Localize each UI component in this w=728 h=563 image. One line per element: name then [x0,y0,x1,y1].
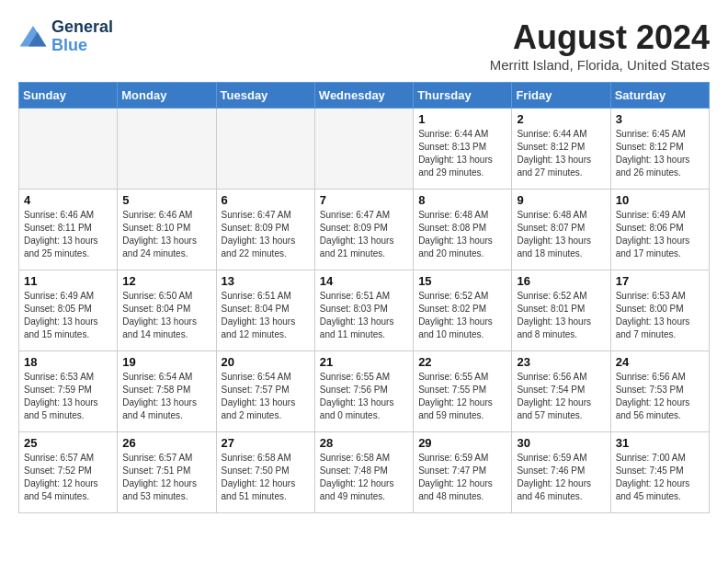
day-number: 25 [24,436,112,450]
calendar-cell: 11Sunrise: 6:49 AM Sunset: 8:05 PM Dayli… [19,270,118,351]
calendar-cell [216,109,314,190]
calendar-cell: 6Sunrise: 6:47 AM Sunset: 8:09 PM Daylig… [216,190,314,270]
day-number: 2 [517,112,605,126]
day-info: Sunrise: 6:48 AM Sunset: 8:07 PM Dayligh… [517,209,605,260]
calendar-cell: 18Sunrise: 6:53 AM Sunset: 7:59 PM Dayli… [19,351,118,432]
day-of-week-tuesday: Tuesday [216,83,314,109]
logo-text: General Blue [51,18,113,55]
days-of-week-row: SundayMondayTuesdayWednesdayThursdayFrid… [19,83,710,109]
calendar-cell: 14Sunrise: 6:51 AM Sunset: 8:03 PM Dayli… [314,270,413,351]
day-number: 28 [320,436,408,450]
calendar-cell: 12Sunrise: 6:50 AM Sunset: 8:04 PM Dayli… [118,270,216,351]
day-info: Sunrise: 6:46 AM Sunset: 8:10 PM Dayligh… [122,209,210,260]
logo: General Blue [18,18,113,55]
day-info: Sunrise: 6:54 AM Sunset: 7:57 PM Dayligh… [222,371,310,422]
day-of-week-friday: Friday [512,83,610,109]
calendar-cell: 1Sunrise: 6:44 AM Sunset: 8:13 PM Daylig… [414,109,512,190]
calendar-cell: 17Sunrise: 6:53 AM Sunset: 8:00 PM Dayli… [610,270,709,351]
day-info: Sunrise: 6:44 AM Sunset: 8:12 PM Dayligh… [517,128,605,179]
day-number: 27 [222,436,310,450]
calendar-cell: 25Sunrise: 6:57 AM Sunset: 7:52 PM Dayli… [19,432,118,513]
day-number: 8 [418,193,506,207]
day-number: 18 [24,355,112,369]
day-number: 30 [517,436,605,450]
calendar-cell: 2Sunrise: 6:44 AM Sunset: 8:12 PM Daylig… [512,109,610,190]
day-number: 13 [222,274,310,288]
day-number: 15 [418,274,506,288]
day-number: 5 [122,193,210,207]
calendar-body: 1Sunrise: 6:44 AM Sunset: 8:13 PM Daylig… [19,109,710,513]
day-info: Sunrise: 6:51 AM Sunset: 8:03 PM Dayligh… [320,290,408,341]
day-number: 23 [517,355,605,369]
day-info: Sunrise: 6:56 AM Sunset: 7:54 PM Dayligh… [517,371,605,422]
calendar-cell: 31Sunrise: 7:00 AM Sunset: 7:45 PM Dayli… [610,432,709,513]
day-number: 31 [616,436,704,450]
calendar-cell: 21Sunrise: 6:55 AM Sunset: 7:56 PM Dayli… [314,351,413,432]
day-number: 16 [517,274,605,288]
day-info: Sunrise: 6:47 AM Sunset: 8:09 PM Dayligh… [320,209,408,260]
day-number: 12 [122,274,210,288]
day-number: 22 [418,355,506,369]
day-number: 6 [222,193,310,207]
day-info: Sunrise: 6:55 AM Sunset: 7:56 PM Dayligh… [320,371,408,422]
day-info: Sunrise: 6:53 AM Sunset: 7:59 PM Dayligh… [24,371,112,422]
calendar-cell: 23Sunrise: 6:56 AM Sunset: 7:54 PM Dayli… [512,351,610,432]
day-info: Sunrise: 6:58 AM Sunset: 7:50 PM Dayligh… [222,452,310,503]
calendar-cell [118,109,216,190]
calendar-cell: 20Sunrise: 6:54 AM Sunset: 7:57 PM Dayli… [216,351,314,432]
week-row-2: 4Sunrise: 6:46 AM Sunset: 8:11 PM Daylig… [19,190,710,270]
title-area: August 2024 Merritt Island, Florida, Uni… [490,18,710,73]
day-info: Sunrise: 6:59 AM Sunset: 7:47 PM Dayligh… [418,452,506,503]
day-info: Sunrise: 6:55 AM Sunset: 7:55 PM Dayligh… [418,371,506,422]
day-info: Sunrise: 6:46 AM Sunset: 8:11 PM Dayligh… [24,209,112,260]
day-of-week-saturday: Saturday [610,83,709,109]
calendar-cell: 29Sunrise: 6:59 AM Sunset: 7:47 PM Dayli… [414,432,512,513]
location-title: Merritt Island, Florida, United States [490,57,710,73]
day-info: Sunrise: 6:56 AM Sunset: 7:53 PM Dayligh… [616,371,704,422]
day-number: 3 [616,112,704,126]
day-info: Sunrise: 6:51 AM Sunset: 8:04 PM Dayligh… [222,290,310,341]
header: General Blue August 2024 Merritt Island,… [18,18,710,73]
day-number: 14 [320,274,408,288]
calendar-cell: 4Sunrise: 6:46 AM Sunset: 8:11 PM Daylig… [19,190,118,270]
calendar-cell: 13Sunrise: 6:51 AM Sunset: 8:04 PM Dayli… [216,270,314,351]
day-number: 24 [616,355,704,369]
day-info: Sunrise: 6:49 AM Sunset: 8:06 PM Dayligh… [616,209,704,260]
calendar-cell: 22Sunrise: 6:55 AM Sunset: 7:55 PM Dayli… [414,351,512,432]
day-info: Sunrise: 6:59 AM Sunset: 7:46 PM Dayligh… [517,452,605,503]
calendar-cell: 9Sunrise: 6:48 AM Sunset: 8:07 PM Daylig… [512,190,610,270]
day-number: 7 [320,193,408,207]
calendar-cell [314,109,413,190]
calendar-cell: 8Sunrise: 6:48 AM Sunset: 8:08 PM Daylig… [414,190,512,270]
day-info: Sunrise: 6:50 AM Sunset: 8:04 PM Dayligh… [122,290,210,341]
day-number: 20 [222,355,310,369]
calendar-header: SundayMondayTuesdayWednesdayThursdayFrid… [19,83,710,109]
month-title: August 2024 [490,18,710,57]
day-of-week-monday: Monday [118,83,216,109]
day-number: 17 [616,274,704,288]
calendar-cell: 7Sunrise: 6:47 AM Sunset: 8:09 PM Daylig… [314,190,413,270]
day-info: Sunrise: 6:58 AM Sunset: 7:48 PM Dayligh… [320,452,408,503]
day-info: Sunrise: 6:57 AM Sunset: 7:52 PM Dayligh… [24,452,112,503]
calendar-cell [19,109,118,190]
day-number: 1 [418,112,506,126]
calendar-cell: 5Sunrise: 6:46 AM Sunset: 8:10 PM Daylig… [118,190,216,270]
week-row-3: 11Sunrise: 6:49 AM Sunset: 8:05 PM Dayli… [19,270,710,351]
calendar-cell: 27Sunrise: 6:58 AM Sunset: 7:50 PM Dayli… [216,432,314,513]
week-row-1: 1Sunrise: 6:44 AM Sunset: 8:13 PM Daylig… [19,109,710,190]
logo-icon [18,24,48,50]
day-number: 26 [122,436,210,450]
calendar-cell: 26Sunrise: 6:57 AM Sunset: 7:51 PM Dayli… [118,432,216,513]
day-info: Sunrise: 6:53 AM Sunset: 8:00 PM Dayligh… [616,290,704,341]
day-of-week-sunday: Sunday [19,83,118,109]
calendar-cell: 10Sunrise: 6:49 AM Sunset: 8:06 PM Dayli… [610,190,709,270]
day-number: 21 [320,355,408,369]
calendar-cell: 19Sunrise: 6:54 AM Sunset: 7:58 PM Dayli… [118,351,216,432]
day-info: Sunrise: 7:00 AM Sunset: 7:45 PM Dayligh… [616,452,704,503]
week-row-5: 25Sunrise: 6:57 AM Sunset: 7:52 PM Dayli… [19,432,710,513]
day-number: 19 [122,355,210,369]
logo-line1: General [51,18,113,37]
calendar-table: SundayMondayTuesdayWednesdayThursdayFrid… [18,82,710,513]
day-of-week-thursday: Thursday [414,83,512,109]
day-info: Sunrise: 6:48 AM Sunset: 8:08 PM Dayligh… [418,209,506,260]
